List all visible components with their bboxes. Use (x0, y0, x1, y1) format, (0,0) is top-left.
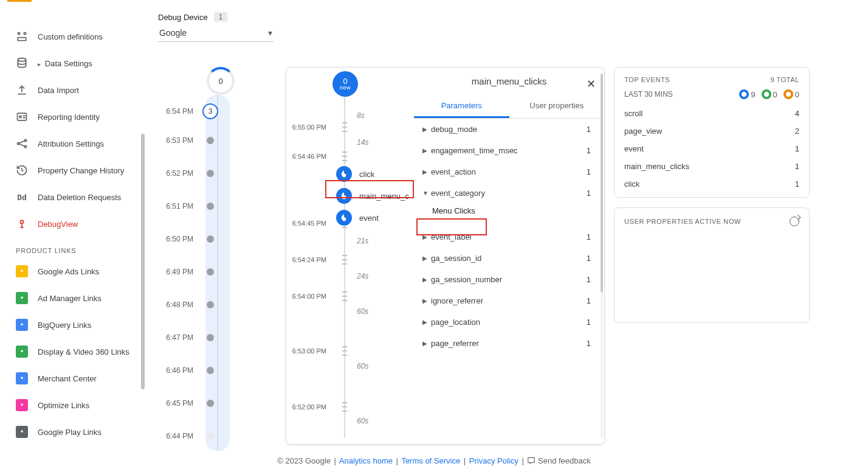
sidebar-product-display-&-video-360-links[interactable]: •Display & Video 360 Links (5, 338, 145, 365)
minute-dot (207, 137, 214, 144)
param-row-ga_session_number[interactable]: ▶ga_session_number1 (414, 269, 604, 290)
sidebar-item-label: Google Play Links (38, 428, 102, 437)
custom-defs-icon (16, 30, 28, 43)
top-event-row[interactable]: event1 (624, 138, 799, 156)
debug-device-label: Debug Device (158, 13, 208, 22)
arrow-right-icon: ▶ (422, 297, 431, 304)
sidebar-product-search-ads-360-links[interactable]: •Search Ads 360 Links (5, 445, 145, 451)
sec-delay: 21s (357, 237, 368, 245)
minute-row[interactable]: 6:44 PM (158, 432, 280, 440)
minute-dot (207, 268, 214, 276)
tab-user-properties[interactable]: User properties (509, 95, 605, 118)
sidebar-item-data-settings[interactable]: Data Settings (5, 50, 145, 77)
sidebar-item-custom-definitions[interactable]: Custom definitions (5, 23, 145, 50)
top-event-row[interactable]: page_view2 (624, 120, 799, 138)
minute-row[interactable]: 6:54 PM3 (158, 103, 280, 119)
svg-point-1 (24, 32, 26, 34)
close-icon[interactable]: ✕ (587, 77, 596, 91)
sec-event[interactable]: click (336, 166, 374, 182)
minute-time: 6:50 PM (158, 235, 202, 243)
param-row-page_referrer[interactable]: ▶page_referrer1 (414, 333, 604, 354)
device-select[interactable]: Google ▾ (158, 26, 274, 42)
sidebar-item-property-change-history[interactable]: Property Change History (5, 157, 145, 184)
product-icon: • (16, 265, 28, 277)
top-event-count: 4 (795, 109, 799, 118)
param-count: 1 (587, 232, 591, 241)
minute-row[interactable]: 6:51 PM (158, 202, 280, 210)
minute-dot (207, 367, 214, 374)
minute-row[interactable]: 6:52 PM (158, 169, 280, 178)
footer-link-privacy[interactable]: Privacy Policy (469, 456, 518, 465)
footer-link-home[interactable]: Analytics home (339, 456, 393, 465)
sidebar-item-debugview[interactable]: DebugView (5, 210, 145, 237)
arrow-right-icon: ▶ (422, 255, 431, 262)
sec-delay: 14s (357, 138, 368, 147)
param-row-engagement_time_msec[interactable]: ▶engagement_time_msec1 (414, 140, 604, 161)
identity-icon (16, 111, 28, 123)
top-events-badges: 900 (733, 89, 799, 99)
footer-link-tos[interactable]: Terms of Service (401, 456, 460, 465)
minute-bubble[interactable]: 0 (207, 67, 235, 95)
sidebar-item-label: Reporting Identity (38, 113, 100, 122)
param-row-event_action[interactable]: ▶event_action1 (414, 161, 604, 182)
arrow-right-icon: ▶ (422, 319, 431, 325)
minute-row[interactable]: 6:45 PM (158, 399, 280, 408)
footer-copyright: © 2023 Google (277, 456, 331, 465)
param-count: 1 (587, 146, 591, 155)
minute-dot (207, 301, 214, 308)
sidebar-item-label: Google Ads Links (38, 267, 99, 276)
sidebar-product-google-ads-links[interactable]: •Google Ads Links (5, 258, 145, 285)
sidebar-item-data-deletion-requests[interactable]: DdData Deletion Requests (5, 184, 145, 210)
svg-point-11 (763, 92, 768, 97)
param-count: 1 (587, 254, 591, 263)
param-row-ga_session_id[interactable]: ▶ga_session_id1 (414, 248, 604, 269)
param-row-event_label[interactable]: ▶event_label1 (414, 226, 604, 248)
sidebar-item-attribution-settings[interactable]: Attribution Settings (5, 130, 145, 157)
product-icon: • (16, 399, 28, 411)
svg-point-3 (18, 58, 26, 61)
param-row-debug_mode[interactable]: ▶debug_mode1 (414, 119, 604, 140)
sidebar-scrollbar[interactable] (141, 134, 145, 389)
sidebar-item-data-import[interactable]: Data Import (5, 77, 145, 103)
sidebar-product-merchant-center[interactable]: •Merchant Center (5, 365, 145, 392)
history-icon[interactable] (790, 217, 799, 226)
param-row-event_category[interactable]: ▼event_category1 (414, 182, 604, 204)
param-name: debug_mode (431, 125, 587, 134)
minute-row[interactable]: 6:46 PM (158, 366, 280, 375)
sec-delay: 60s (357, 362, 368, 370)
chevron-down-icon: ▾ (268, 28, 272, 38)
sec-time: 6:54:46 PM (286, 153, 332, 160)
sec-event[interactable]: main_menu_c (336, 188, 409, 204)
params-title: main_menu_clicks (472, 76, 546, 86)
minute-timeline: 0 6:54 PM36:53 PM6:52 PM6:51 PM6:50 PM6:… (158, 67, 280, 451)
sidebar-product-bigquery-links[interactable]: •BigQuery Links (5, 311, 145, 338)
sec-event-label: main_menu_c (359, 192, 409, 201)
minute-dot (207, 170, 214, 177)
product-icon: • (16, 426, 28, 438)
top-event-row[interactable]: click1 (624, 173, 799, 191)
sidebar-product-ad-manager-links[interactable]: •Ad Manager Links (5, 285, 145, 311)
minute-row[interactable]: 6:50 PM (158, 235, 280, 243)
event-card-scrollbar[interactable] (601, 74, 603, 438)
top-event-count: 2 (795, 127, 799, 136)
minute-row[interactable]: 6:47 PM (158, 333, 280, 342)
param-row-page_location[interactable]: ▶page_location1 (414, 311, 604, 333)
seconds-bubble[interactable]: 0 new (332, 71, 358, 97)
sidebar-item-reporting-identity[interactable]: Reporting Identity (5, 103, 145, 130)
sidebar-product-google-play-links[interactable]: •Google Play Links (5, 419, 145, 445)
sec-event[interactable]: event (336, 210, 379, 226)
footer-feedback[interactable]: Send feedback (538, 456, 591, 465)
tab-parameters[interactable]: Parameters (414, 95, 509, 118)
sidebar-product-optimize-links[interactable]: •Optimize Links (5, 392, 145, 419)
user-props-heading: USER PROPERTIES ACTIVE NOW (624, 218, 741, 225)
sec-time: 6:52:00 PM (286, 403, 332, 411)
minute-row[interactable]: 6:53 PM (158, 136, 280, 145)
minute-row[interactable]: 6:49 PM (158, 268, 280, 276)
minute-row[interactable]: 6:48 PM (158, 301, 280, 309)
params-tabs: Parameters User properties (414, 95, 604, 119)
svg-rect-13 (528, 457, 535, 462)
param-row-ignore_referrer[interactable]: ▶ignore_referrer1 (414, 290, 604, 311)
top-event-row[interactable]: main_menu_clicks1 (624, 156, 799, 173)
sec-delay: 60s (357, 307, 368, 316)
top-event-row[interactable]: scroll4 (624, 103, 799, 120)
